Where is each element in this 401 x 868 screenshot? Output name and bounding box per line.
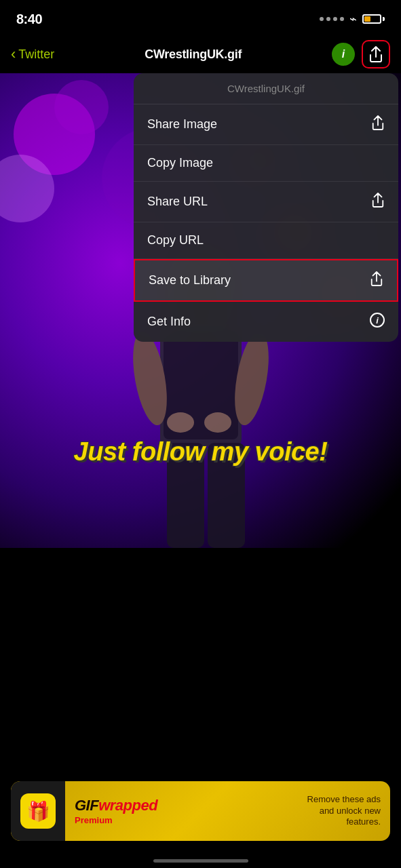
status-bar: 8:40 ⌁ (0, 0, 401, 35)
back-label: Twitter (18, 47, 54, 62)
menu-item-share-image[interactable]: Share Image (134, 104, 398, 145)
battery-icon (362, 14, 385, 24)
save-library-icon (370, 271, 383, 290)
menu-item-save-library-label: Save to Library (149, 273, 231, 288)
status-icons: ⌁ (320, 12, 385, 26)
svg-text:i: i (376, 315, 379, 326)
svg-point-7 (167, 412, 194, 433)
wifi-icon: ⌁ (349, 12, 357, 26)
get-info-icon: i (370, 313, 385, 331)
signal-dot-4 (340, 17, 344, 21)
menu-item-save-to-library[interactable]: Save to Library (134, 259, 398, 302)
dropdown-menu: CWrestlingUK.gif Share Image Copy Image … (134, 73, 398, 342)
menu-header: CWrestlingUK.gif (134, 73, 398, 104)
signal-dot-3 (333, 17, 337, 21)
chevron-left-icon: ‹ (11, 47, 16, 62)
info-button[interactable]: i (332, 43, 355, 66)
signal-dots (320, 17, 344, 21)
nav-bar: ‹ Twitter CWrestlingUK.gif i (0, 35, 401, 73)
bokeh-2 (54, 80, 109, 134)
menu-item-copy-image[interactable]: Copy Image (134, 145, 398, 182)
menu-item-share-url[interactable]: Share URL (134, 182, 398, 222)
menu-item-share-url-label: Share URL (147, 195, 208, 209)
battery-tip (383, 17, 385, 21)
nav-actions: i (332, 40, 390, 68)
back-button[interactable]: ‹ Twitter (11, 47, 54, 62)
ad-premium-label: Premium (75, 815, 292, 825)
menu-item-copy-image-label: Copy Image (147, 156, 213, 170)
signal-dot-1 (320, 17, 324, 21)
share-image-icon (371, 115, 385, 134)
ad-cta-text: Remove these ads and unlock new features… (302, 794, 390, 829)
battery-fill (364, 16, 370, 22)
menu-item-share-image-label: Share Image (147, 117, 217, 132)
ad-app-icon: 🎁 (20, 793, 56, 829)
info-icon: i (342, 48, 345, 60)
gift-icon: 🎁 (26, 800, 50, 823)
svg-point-8 (204, 412, 231, 433)
share-icon (368, 46, 383, 62)
share-url-icon (371, 193, 385, 211)
home-indicator (153, 859, 248, 863)
nav-title: CWrestlingUK.gif (145, 47, 242, 62)
share-button[interactable] (362, 40, 390, 68)
battery-body (362, 14, 381, 24)
gif-caption: Just follow my voice! (0, 437, 401, 467)
menu-item-copy-url[interactable]: Copy URL (134, 222, 398, 259)
menu-item-copy-url-label: Copy URL (147, 233, 204, 248)
status-time: 8:40 (16, 12, 42, 27)
bottom-area (0, 548, 401, 778)
ad-icon-area: 🎁 (11, 781, 65, 841)
menu-item-get-info[interactable]: Get Info i (134, 302, 398, 342)
ad-banner[interactable]: 🎁 GIFwrapped Premium Remove these ads an… (11, 781, 390, 841)
ad-text-area: GIFwrapped Premium (65, 797, 302, 825)
ad-app-name: GIFwrapped (75, 797, 292, 814)
signal-dot-2 (326, 17, 330, 21)
menu-item-get-info-label: Get Info (147, 315, 191, 329)
